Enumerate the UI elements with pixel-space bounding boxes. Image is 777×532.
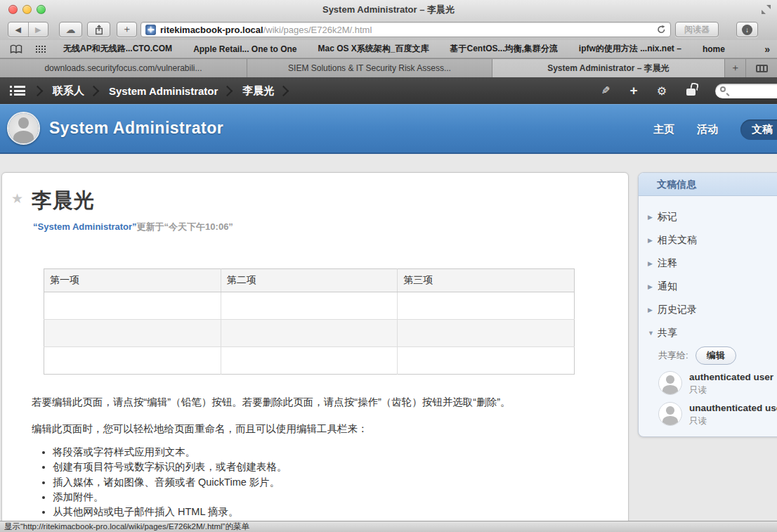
bookmarks-sidebar-button[interactable] — [10, 44, 22, 54]
list-item: 将段落或字符样式应用到文本。 — [53, 445, 628, 460]
table-cell — [221, 320, 398, 347]
reader-button[interactable]: 阅读器 — [675, 22, 719, 37]
edit-pencil-icon[interactable]: ✎ — [601, 84, 610, 97]
open-book-icon — [10, 44, 22, 54]
unlocked-padlock-icon[interactable] — [686, 89, 696, 96]
icloud-tabs-button[interactable]: ☁ — [59, 22, 82, 37]
updated-at-text: 更新于“今天下午10:06” — [137, 221, 233, 232]
user-avatar — [658, 402, 682, 426]
instruction-paragraph: 编辑此页面时，您可以轻松地给页面重命名，而且可以使用编辑工具栏来： — [32, 422, 586, 436]
tab-siem-solutions[interactable]: SIEM Solutions & IT Security Risk Assess… — [247, 59, 492, 77]
edit-sharing-button[interactable]: 编辑 — [696, 346, 736, 365]
table-row — [44, 320, 575, 347]
shared-user-row: authenticated user 只读 — [639, 371, 777, 396]
favorite-star-icon[interactable]: ★ — [11, 190, 23, 207]
section-related-documents[interactable]: ▶ 相关文稿 — [639, 228, 777, 252]
page-body: ★ 李晨光 “System Administrator”更新于“今天下午10:0… — [0, 154, 777, 521]
table-cell — [44, 347, 221, 375]
plus-icon: ＋ — [731, 62, 740, 74]
breadcrumb-system-administrator[interactable]: System Administrator — [109, 85, 218, 97]
share-with-row: 共享给: 编辑 — [639, 346, 777, 365]
document-info-panel: 文稿信息 ▶ 标记 ▶ 相关文稿 ▶ 注释 ▶ 通知 ▶ 历史记录 — [638, 172, 777, 437]
bookmark-item[interactable]: 基于CentOS...均衡,集群分流 — [450, 43, 558, 55]
disclosure-triangle-icon: ▶ — [648, 237, 658, 244]
table-cell — [398, 347, 575, 375]
share-icon — [94, 25, 104, 35]
breadcrumb-chevron-icon — [89, 85, 100, 96]
instruction-paragraph: 若要编辑此页面，请点按“编辑”（铅笔）按钮。若要删除此页面，请点按“操作”（齿轮… — [32, 395, 586, 409]
download-arrow-icon: ↓ — [742, 25, 752, 35]
top-sites-grid-icon[interactable] — [35, 45, 46, 53]
banner-nav: 主页 活动 文稿 — [653, 105, 777, 155]
reload-icon[interactable] — [657, 25, 666, 34]
profile-name: System Administrator — [49, 119, 223, 138]
back-button[interactable]: ◀ — [8, 22, 28, 37]
wiki-list-menu-button[interactable] — [10, 84, 25, 98]
page-title: 李晨光 — [32, 187, 628, 215]
disclosure-triangle-icon: ▶ — [648, 214, 658, 221]
wiki-navigation-bar: 联系人 System Administrator 李晨光 ✎ + ⚙ — [0, 77, 777, 104]
section-notifications[interactable]: ▶ 通知 — [639, 275, 777, 298]
fullscreen-icon[interactable] — [762, 5, 771, 14]
disclosure-triangle-icon: ▶ — [648, 260, 658, 267]
section-comments[interactable]: ▶ 注释 — [639, 252, 777, 275]
share-with-label: 共享给: — [658, 349, 688, 362]
list-item: 插入媒体，诸如图像、音频或者 QuickTime 影片。 — [53, 475, 628, 490]
bookmark-item[interactable]: Apple Retail... One to One — [193, 44, 296, 54]
author-link[interactable]: “System Administrator” — [33, 221, 137, 232]
list-item: 创建有项目符号或数字标识的列表，或者创建表格。 — [53, 460, 628, 474]
safari-window: { "colors": { "banner_blue": "#4584c4", … — [0, 0, 777, 532]
zoom-window-button[interactable] — [37, 5, 46, 14]
url-host: ritekimacbook-pro.local — [160, 25, 263, 35]
tab-system-administrator-active[interactable]: System Administrator – 李晨光 — [492, 59, 725, 77]
gear-icon[interactable]: ⚙ — [657, 84, 667, 98]
banner-tab-activity[interactable]: 活动 — [697, 123, 718, 136]
breadcrumb-chevron-icon — [278, 85, 289, 96]
wiki-action-icons: ✎ + ⚙ — [601, 77, 777, 104]
table-cell — [221, 347, 398, 375]
table-header-cell: 第三项 — [398, 269, 575, 292]
user-name: unauthenticated user — [689, 403, 777, 413]
section-history[interactable]: ▶ 历史记录 — [639, 298, 777, 321]
bookmark-item[interactable]: Mac OS X系统架构_百度文库 — [318, 43, 429, 55]
tab-securityfocus[interactable]: downloads.securityfocus.com/vulnerabili.… — [0, 59, 247, 77]
minimize-window-button[interactable] — [22, 5, 32, 14]
table-cell — [221, 292, 398, 320]
section-tags[interactable]: ▶ 标记 — [639, 205, 777, 228]
bookmark-item[interactable]: ipfw的使用方法 ...nix.net – — [579, 43, 681, 55]
disclosure-triangle-down-icon: ▼ — [648, 330, 658, 337]
all-tabs-icon — [756, 65, 768, 72]
bookmark-item[interactable]: home — [703, 44, 725, 54]
breadcrumb-contacts[interactable]: 联系人 — [53, 84, 84, 98]
address-bar[interactable]: ritekimacbook-pro.local /wiki/pages/E726… — [141, 22, 671, 37]
plus-icon: ＋ — [122, 23, 132, 36]
document-card: ★ 李晨光 “System Administrator”更新于“今天下午10:0… — [1, 172, 629, 521]
breadcrumb-current-page[interactable]: 李晨光 — [242, 84, 274, 98]
user-name: authenticated user — [689, 372, 773, 382]
banner-tab-documents-active[interactable]: 文稿 — [740, 119, 777, 140]
wiki-search-input[interactable] — [715, 84, 777, 98]
profile-avatar[interactable] — [7, 112, 40, 145]
panel-sections: ▶ 标记 ▶ 相关文稿 ▶ 注释 ▶ 通知 ▶ 历史记录 ▼ 共享 — [639, 196, 777, 344]
table-header-row: 第一项 第二项 第三项 — [44, 269, 575, 292]
close-window-button[interactable] — [8, 5, 18, 14]
tab-bar-new-tab-button[interactable]: ＋ — [725, 59, 746, 77]
table-header-cell: 第一项 — [44, 269, 221, 292]
show-all-tabs-button[interactable] — [746, 59, 777, 77]
forward-button[interactable]: ▶ — [28, 22, 48, 37]
breadcrumb-chevron-icon — [222, 85, 233, 96]
banner-tab-home[interactable]: 主页 — [653, 123, 674, 136]
breadcrumb-chevron-icon — [32, 85, 44, 96]
bookmark-item[interactable]: 无线AP和无线路...CTO.COM — [63, 43, 172, 55]
share-button[interactable] — [87, 22, 110, 37]
table-cell — [44, 292, 221, 320]
new-tab-button[interactable]: ＋ — [117, 22, 137, 37]
section-sharing-expanded[interactable]: ▼ 共享 — [639, 321, 777, 344]
bookmarks-overflow-chevron[interactable]: » — [764, 44, 770, 55]
cloud-icon: ☁ — [66, 24, 76, 35]
add-plus-icon[interactable]: + — [630, 83, 638, 98]
disclosure-triangle-icon: ▶ — [648, 306, 658, 313]
list-icon — [10, 86, 25, 88]
downloads-button[interactable]: ↓ — [736, 22, 758, 37]
window-titlebar: System Administrator – 李晨光 — [0, 0, 777, 19]
